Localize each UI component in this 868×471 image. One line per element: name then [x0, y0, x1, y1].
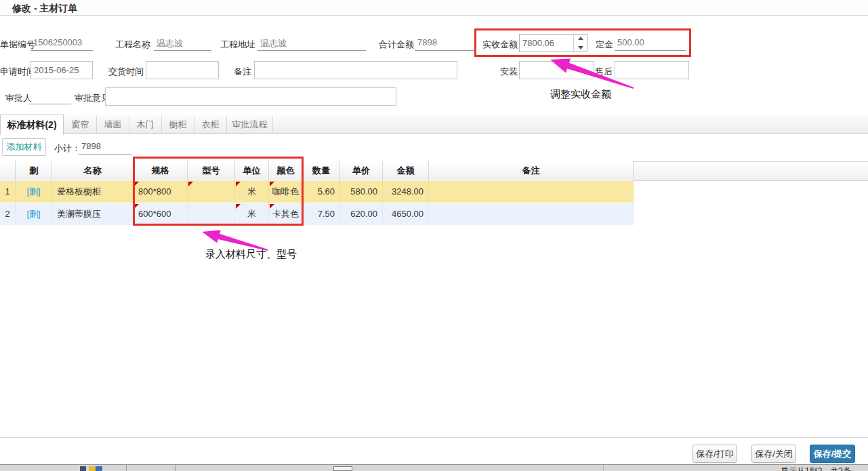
col-header-remark: 备注 [429, 161, 634, 181]
cell-amount: 3248.00 [383, 181, 429, 203]
tab-wall[interactable]: 墙面 [97, 116, 129, 134]
tab-cabinet[interactable]: 橱柜 [162, 116, 194, 134]
apply-date-input[interactable] [30, 61, 93, 79]
dialog-title: 修改 - 主材订单 [12, 3, 77, 15]
approver-value[interactable] [28, 90, 71, 104]
delete-row-link[interactable]: [删] [26, 209, 40, 219]
background-window-fragment [89, 466, 102, 471]
col-header-qty[interactable]: 数量 [303, 161, 340, 181]
cell-rownum: 1 [0, 181, 16, 203]
save-submit-button[interactable]: 保存/提交 [810, 445, 855, 463]
tab-wood-door[interactable]: 木门 [129, 116, 162, 134]
cell-delete: [删] [16, 181, 52, 203]
tab-approval-flow[interactable]: 审批流程 [227, 116, 273, 134]
total-amount-value: 7898 [415, 37, 476, 51]
edit-main-material-order-dialog: 修改 - 主材订单 单据编号 1506250003 工程名称 温志波 工程地址 … [0, 0, 868, 471]
project-name-value: 温志波 [154, 37, 211, 51]
footer-divider [0, 437, 868, 438]
save-close-button[interactable]: 保存/关闭 [751, 445, 796, 463]
col-header-name[interactable]: 名称 [52, 161, 133, 181]
annotation-adjust-amount: 调整实收金额 [550, 88, 611, 101]
delivery-date-label: 交货时间 [108, 66, 144, 78]
background-window-strip: 显示从1到2，共2条 [0, 464, 868, 471]
background-window-fragment [175, 465, 175, 471]
tab-wardrobe[interactable]: 衣柜 [194, 116, 227, 134]
annotation-box-received-amount [474, 28, 691, 57]
col-header-delete[interactable]: 删 [16, 161, 52, 181]
col-header-price[interactable]: 单价 [340, 161, 383, 181]
table-row-2[interactable]: 2 [删] 美澜蒂膜压 600*600 米 卡其色 7.50 620.00 46… [0, 203, 634, 225]
background-window-fragment [80, 466, 86, 471]
cell-amount: 4650.00 [383, 203, 429, 225]
remark-input[interactable] [254, 61, 457, 79]
project-address-label: 工程地址 [220, 39, 255, 51]
install-label: 安装 [500, 66, 518, 78]
cell-remark[interactable] [429, 203, 634, 225]
save-print-button[interactable]: 保存/打印 [693, 445, 737, 463]
table-row-1[interactable]: 1 [删] 爱格板橱柜 800*800 米 咖啡色 5.60 580.00 32… [0, 181, 634, 203]
subtotal-label: 小计： [54, 142, 81, 155]
cell-name[interactable]: 爱格板橱柜 [52, 181, 133, 203]
col-header-rownum [0, 161, 16, 181]
cell-rownum: 2 [0, 203, 16, 225]
table-header-row: 删 名称 规格 型号 单位 颜色 数量 单价 金额 备注 [0, 161, 634, 181]
cell-name[interactable]: 美澜蒂膜压 [52, 203, 133, 225]
background-window-fragment [333, 466, 352, 471]
subtotal-value: 7898 [79, 140, 132, 155]
pagination-summary-partial: 显示从1到2，共2条 [781, 466, 851, 471]
cell-delete: [删] [16, 203, 52, 225]
delete-row-link[interactable]: [删] [26, 186, 40, 197]
cell-qty[interactable]: 5.60 [303, 181, 340, 203]
tab-standard-material[interactable]: 标准材料(2) [0, 115, 64, 135]
cell-remark[interactable] [429, 181, 634, 203]
tab-curtain[interactable]: 窗帘 [64, 116, 97, 134]
delivery-date-input[interactable] [146, 61, 219, 79]
project-name-label: 工程名称 [115, 39, 150, 51]
order-no-value: 1506250003 [30, 37, 93, 51]
add-material-button[interactable]: 添加材料 [2, 138, 46, 156]
project-address-value: 温志波 [257, 37, 366, 51]
col-header-amount[interactable]: 金额 [383, 161, 429, 181]
annotation-enter-spec: 录入材料尺寸、型号 [205, 248, 297, 261]
total-amount-label: 合计金额 [379, 39, 414, 51]
annotation-arrow-received-amount [542, 57, 637, 91]
dialog-titlebar: 修改 - 主材订单 [0, 0, 868, 16]
cell-price[interactable]: 620.00 [340, 203, 383, 225]
cell-qty[interactable]: 7.50 [303, 203, 340, 225]
background-window-fragment [126, 465, 127, 471]
remark-label: 备注 [234, 66, 251, 78]
background-window-fragment [603, 465, 604, 471]
cell-price[interactable]: 580.00 [340, 181, 383, 203]
approval-opinion-input[interactable] [105, 87, 396, 106]
annotation-box-spec-columns [133, 157, 304, 226]
